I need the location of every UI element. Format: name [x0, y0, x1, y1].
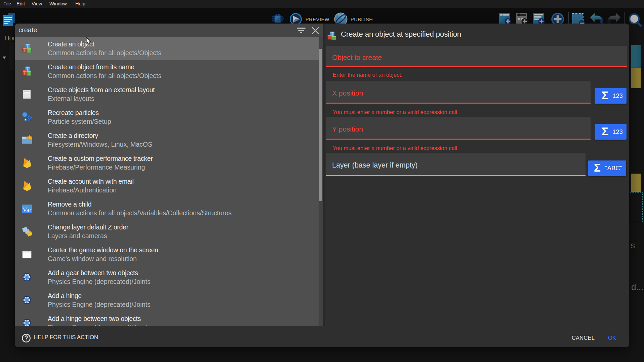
svg-text:Var: Var — [23, 206, 32, 213]
